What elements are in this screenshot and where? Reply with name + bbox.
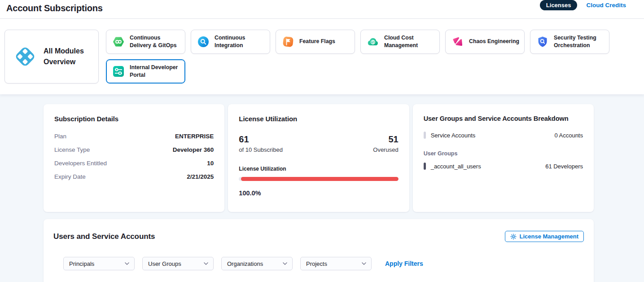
module-card-continuous-integration[interactable]: Continuous Integration [191, 30, 270, 54]
organizations-filter-label: Organizations [227, 260, 263, 267]
detail-row-expiry-date: Expiry Date 2/21/2025 [54, 173, 214, 180]
detail-value: ENTERPRISE [175, 133, 214, 140]
user-group-label: _account_all_users [431, 163, 481, 170]
svg-text:$: $ [372, 40, 374, 44]
principals-filter-dropdown[interactable]: Principals [63, 257, 135, 270]
module-card-feature-flags[interactable]: Feature Flags [276, 30, 355, 54]
module-card-security-testing[interactable]: Security Testing Orchestration [530, 30, 609, 54]
page-header: Account Subscriptions Licenses Cloud Cre… [0, 0, 644, 19]
breakdown-card: User Groups and Service Accounts Breakdo… [413, 104, 594, 212]
all-modules-overview-label: All Modules Overview [44, 46, 90, 67]
used-count: 61 [239, 134, 283, 145]
security-testing-icon [536, 35, 549, 48]
users-card-header: Users and Service Accounts License Manag… [53, 231, 584, 242]
user-group-swatch [424, 163, 426, 170]
subscription-details-card: Subscription Details Plan ENTERPRISE Lic… [44, 104, 224, 212]
user-group-value: 61 Developers [545, 163, 583, 170]
detail-value: Developer 360 [173, 146, 214, 153]
overused-caption: Overused [373, 146, 398, 153]
service-accounts-value: 0 Accounts [554, 132, 583, 139]
filters-row: Principals User Groups Organizations [63, 257, 584, 270]
cloud-cost-icon: $ [367, 35, 379, 48]
detail-label: Expiry Date [54, 173, 86, 180]
chevron-down-icon [204, 262, 208, 265]
used-caption: of 10 Subscribed [239, 146, 283, 153]
tab-cloud-credits[interactable]: Cloud Credits [586, 2, 626, 9]
feature-flags-icon [282, 35, 294, 48]
apply-filters-link[interactable]: Apply Filters [385, 260, 423, 267]
license-utilization-title: License Utilization [239, 115, 398, 123]
module-label: Internal Developer Portal [130, 64, 182, 79]
service-accounts-row: Service Accounts 0 Accounts [424, 132, 583, 139]
detail-row-developers-entitled: Developers Entitled 10 [54, 160, 214, 167]
overused-count-block: 51 Overused [373, 134, 398, 153]
projects-filter-dropdown[interactable]: Projects [300, 257, 372, 270]
page-title: Account Subscriptions [6, 3, 103, 13]
subscription-details-title: Subscription Details [54, 115, 214, 123]
detail-label: License Type [54, 146, 90, 153]
license-management-button[interactable]: License Management [505, 231, 584, 242]
internal-developer-portal-icon [112, 65, 125, 78]
utilization-bar-label: License Utilization [239, 166, 398, 172]
chaos-engineering-icon [451, 35, 464, 48]
module-card-cd-gitops[interactable]: Continuous Delivery & GitOps [106, 30, 185, 54]
chevron-down-icon [362, 262, 366, 265]
detail-value: 2/21/2025 [187, 173, 214, 180]
module-label: Continuous Integration [215, 34, 267, 50]
cd-gitops-icon [112, 35, 125, 48]
gear-icon [510, 234, 517, 240]
utilization-bar-track [239, 177, 398, 181]
service-accounts-swatch [424, 132, 426, 139]
summary-cards-row: Subscription Details Plan ENTERPRISE Lic… [44, 104, 594, 212]
service-accounts-label: Service Accounts [431, 132, 476, 139]
detail-value: 10 [207, 160, 214, 167]
utilization-numbers: 61 of 10 Subscribed 51 Overused [239, 134, 398, 153]
module-card-internal-developer-portal[interactable]: Internal Developer Portal [106, 59, 185, 84]
used-count-block: 61 of 10 Subscribed [239, 134, 283, 153]
detail-label: Developers Entitled [54, 160, 107, 167]
content-area: Subscription Details Plan ENTERPRISE Lic… [0, 94, 644, 282]
chevron-down-icon [283, 262, 287, 265]
module-label: Feature Flags [299, 38, 335, 45]
users-card-title: Users and Service Accounts [53, 232, 155, 241]
organizations-filter-dropdown[interactable]: Organizations [221, 257, 293, 270]
continuous-integration-icon [197, 35, 210, 48]
users-service-accounts-card: Users and Service Accounts License Manag… [44, 219, 594, 282]
account-subscriptions-page: Account Subscriptions Licenses Cloud Cre… [0, 0, 644, 282]
user-group-row: _account_all_users 61 Developers [424, 163, 583, 170]
utilization-percent: 100.0% [239, 189, 398, 197]
all-modules-icon [13, 44, 37, 69]
module-label: Chaos Engineering [469, 38, 519, 45]
user-groups-heading: User Groups [424, 150, 583, 157]
user-groups-filter-label: User Groups [148, 260, 181, 267]
all-modules-overview-card[interactable]: All Modules Overview [4, 30, 99, 84]
license-management-label: License Management [520, 233, 579, 240]
chevron-down-icon [125, 262, 129, 265]
license-utilization-card: License Utilization 61 of 10 Subscribed … [228, 104, 409, 212]
breakdown-title: User Groups and Service Accounts Breakdo… [424, 115, 583, 122]
detail-label: Plan [54, 133, 66, 140]
overused-count: 51 [373, 134, 398, 145]
modules-strip: All Modules Overview Continuous Delivery… [0, 19, 644, 94]
module-label: Security Testing Orchestration [554, 34, 606, 50]
utilization-bar-fill [241, 177, 398, 181]
projects-filter-label: Projects [306, 260, 327, 267]
principals-filter-label: Principals [69, 260, 94, 267]
module-grid: Continuous Delivery & GitOps Continuous … [106, 30, 622, 84]
detail-row-license-type: License Type Developer 360 [54, 146, 214, 153]
module-card-chaos-engineering[interactable]: Chaos Engineering [445, 30, 525, 54]
user-groups-filter-dropdown[interactable]: User Groups [142, 257, 214, 270]
module-label: Cloud Cost Management [384, 34, 437, 50]
tab-licenses[interactable]: Licenses [540, 0, 578, 10]
module-card-cloud-cost[interactable]: $ Cloud Cost Management [360, 30, 440, 54]
detail-row-plan: Plan ENTERPRISE [54, 133, 214, 140]
module-label: Continuous Delivery & GitOps [130, 34, 182, 50]
license-tabs: Licenses Cloud Credits [540, 0, 626, 10]
